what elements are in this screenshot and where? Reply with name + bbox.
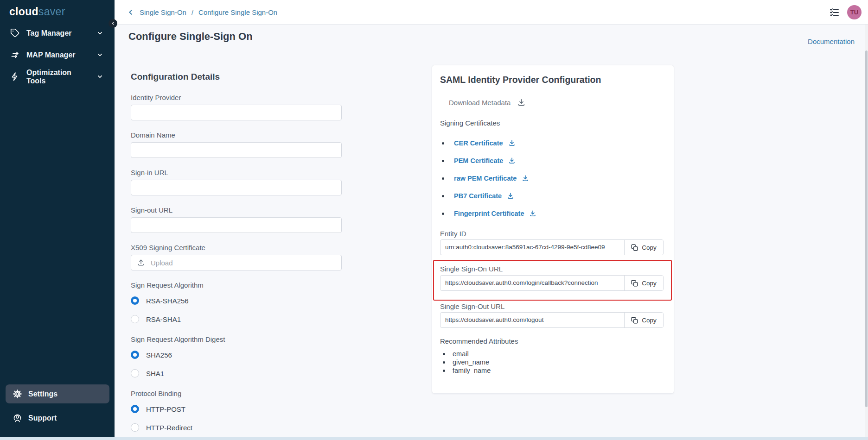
app-window: cloudsaver Tag Manager MAP Manager xyxy=(0,0,868,440)
breadcrumb-item-single-sign-on[interactable]: Single Sign-On xyxy=(140,8,186,16)
identity-provider-input[interactable] xyxy=(131,105,342,120)
sidebar-item-optimization-tools[interactable]: Optimization Tools xyxy=(0,66,115,88)
copy-icon xyxy=(631,244,638,251)
radio-option-sha256[interactable]: SHA256 xyxy=(131,349,342,360)
topbar: Single Sign-On / Configure Single Sign-O… xyxy=(115,0,868,25)
cert-link-pem[interactable]: PEM Certificate xyxy=(440,155,666,166)
list-item: email xyxy=(440,350,666,358)
copy-icon xyxy=(631,280,638,287)
x509-certificate-label: X509 Signing Certificate xyxy=(131,243,342,252)
domain-name-field: Domain Name xyxy=(131,131,342,158)
scrollbar-thumb[interactable] xyxy=(865,50,868,407)
single-sign-on-url-copy-button[interactable]: Copy xyxy=(624,276,663,290)
cert-link-cer[interactable]: CER Certificate xyxy=(440,138,666,149)
copy-button-label: Copy xyxy=(642,280,657,287)
protocol-binding-label: Protocol Binding xyxy=(131,389,342,398)
cert-link-pb7[interactable]: PB7 Certificate xyxy=(440,190,666,201)
sign-out-url-input[interactable] xyxy=(131,217,342,233)
entity-id-copy-button[interactable]: Copy xyxy=(624,240,663,255)
logo-text-bold: cloud xyxy=(9,6,38,18)
cert-link-raw-pem[interactable]: raw PEM Certificate xyxy=(440,173,666,184)
sidebar-item-support[interactable]: Support xyxy=(6,409,109,427)
breadcrumb: Single Sign-On / Configure Single Sign-O… xyxy=(127,8,277,16)
sidebar-item-label: Settings xyxy=(28,390,57,398)
radio-selected-icon[interactable] xyxy=(131,351,139,359)
recommended-attributes-label: Recommended Attributes xyxy=(440,337,666,345)
logo-text-light: saver xyxy=(38,6,65,18)
cert-link-label: CER Certificate xyxy=(454,139,503,147)
download-metadata-label: Download Metadata xyxy=(449,99,511,107)
sign-in-url-field: Sign-in URL xyxy=(131,168,342,195)
sign-request-algorithm-digest-label: Sign Request Algorithm Digest xyxy=(131,335,342,344)
radio-selected-icon[interactable] xyxy=(131,296,139,305)
sidebar: cloudsaver Tag Manager MAP Manager xyxy=(0,0,115,437)
upload-button[interactable]: Upload xyxy=(131,255,342,270)
single-sign-out-url-value[interactable]: https://cloudsaver.auth0.com/logout xyxy=(440,313,624,327)
documentation-link[interactable]: Documentation xyxy=(808,38,855,45)
radio-unselected-icon[interactable] xyxy=(131,423,139,432)
bullet-icon xyxy=(442,195,444,197)
map-arrows-icon xyxy=(10,50,20,60)
cloudsaver-logo[interactable]: cloudsaver xyxy=(9,6,65,18)
chevron-down-icon xyxy=(96,30,103,37)
download-icon xyxy=(529,210,536,217)
radio-option-http-redirect[interactable]: HTTP-Redirect xyxy=(131,422,342,433)
radio-option-sha1[interactable]: SHA1 xyxy=(131,368,342,379)
avatar[interactable]: TU xyxy=(847,5,862,19)
radio-option-label: HTTP-Redirect xyxy=(146,424,192,432)
radio-unselected-icon[interactable] xyxy=(131,315,139,323)
download-icon xyxy=(522,175,529,182)
radio-option-rsa-sha256[interactable]: RSA-SHA256 xyxy=(131,295,342,306)
domain-name-label: Domain Name xyxy=(131,131,342,139)
sign-out-url-label: Sign-out URL xyxy=(131,206,342,214)
signing-certificates-label: Signing Certificates xyxy=(440,119,500,127)
entity-id-row: urn:auth0:cloudsaver:8a5691ac-67cd-4299-… xyxy=(440,239,664,255)
bullet-icon xyxy=(442,142,444,145)
configuration-details-section: Configuration Details Identity Provider … xyxy=(131,72,342,440)
sidebar-item-map-manager[interactable]: MAP Manager xyxy=(0,44,115,66)
single-sign-out-url-copy-button[interactable]: Copy xyxy=(624,313,663,327)
cert-link-fingerprint[interactable]: Fingerprint Certificate xyxy=(440,208,666,219)
sign-out-url-field: Sign-out URL xyxy=(131,206,342,233)
sidebar-item-tag-manager[interactable]: Tag Manager xyxy=(0,22,115,44)
list-item: given_name xyxy=(440,358,666,366)
cert-link-label: raw PEM Certificate xyxy=(454,175,517,182)
bullet-icon xyxy=(442,177,444,180)
saml-card-heading: SAML Identity Provider Configuration xyxy=(440,75,666,85)
breadcrumb-item-configure-single-sign-on[interactable]: Configure Single Sign-On xyxy=(198,8,277,16)
radio-option-http-post[interactable]: HTTP-POST xyxy=(131,403,342,415)
sidebar-nav: Tag Manager MAP Manager Optimization Too xyxy=(0,22,115,88)
attribute-name: email xyxy=(453,350,469,358)
back-chevron-icon[interactable] xyxy=(127,8,134,16)
single-sign-on-url-row: https://cloudsaver.auth0.com/login/callb… xyxy=(440,275,664,291)
protocol-binding-group: Protocol Binding HTTP-POST HTTP-Redirect xyxy=(131,389,342,433)
copy-icon xyxy=(631,317,638,324)
radio-unselected-icon[interactable] xyxy=(131,369,139,377)
domain-name-input[interactable] xyxy=(131,142,342,158)
single-sign-on-url-value[interactable]: https://cloudsaver.auth0.com/login/callb… xyxy=(440,276,624,290)
sidebar-item-settings[interactable]: Settings xyxy=(6,384,109,403)
radio-option-rsa-sha1[interactable]: RSA-SHA1 xyxy=(131,314,342,325)
entity-id-value[interactable]: urn:auth0:cloudsaver:8a5691ac-67cd-4299-… xyxy=(440,240,624,255)
radio-option-label: RSA-SHA256 xyxy=(146,297,189,305)
radio-selected-icon[interactable] xyxy=(131,405,139,413)
configuration-details-heading: Configuration Details xyxy=(131,72,342,82)
bullet-icon xyxy=(443,361,445,364)
bullet-icon xyxy=(443,353,445,355)
cert-link-label: PB7 Certificate xyxy=(454,192,502,200)
breadcrumb-separator: / xyxy=(191,8,193,16)
bolt-icon xyxy=(10,72,20,82)
tag-icon xyxy=(10,28,20,38)
chevron-down-icon xyxy=(96,73,103,80)
scrollbar-track[interactable] xyxy=(865,25,868,437)
cert-link-label: PEM Certificate xyxy=(454,157,503,164)
radio-option-label: SHA1 xyxy=(146,370,164,377)
copy-button-label: Copy xyxy=(642,317,657,324)
bullet-icon xyxy=(442,213,444,215)
sign-in-url-input[interactable] xyxy=(131,180,342,195)
gear-icon xyxy=(13,389,22,399)
sidebar-collapse-button[interactable] xyxy=(108,19,117,28)
download-metadata-link[interactable]: Download Metadata xyxy=(449,98,666,107)
checklist-icon[interactable] xyxy=(830,7,839,17)
saml-configuration-card: SAML Identity Provider Configuration Dow… xyxy=(432,65,674,394)
